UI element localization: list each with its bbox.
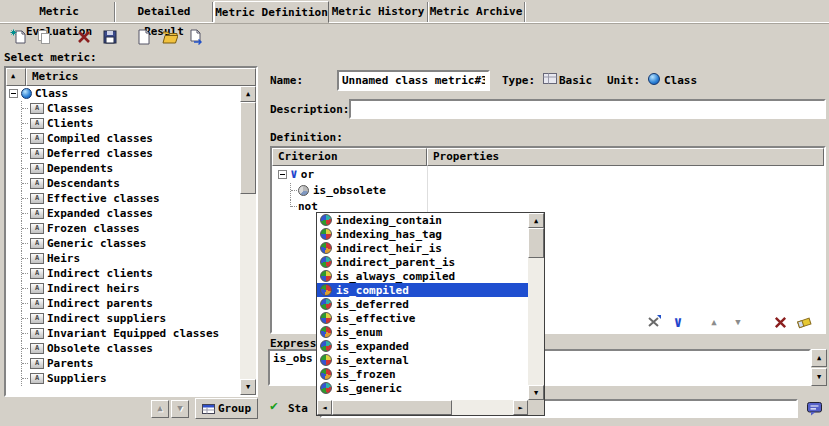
metric-tree-item[interactable]: Dependents (6, 161, 240, 176)
copy-metric-button[interactable] (32, 26, 56, 48)
sort-ascending-icon[interactable]: ▲ (6, 68, 26, 86)
scrollbar-up-button[interactable]: ▲ (240, 86, 256, 102)
status-label: Sta (288, 402, 308, 416)
metric-item-label: Classes (47, 102, 93, 115)
metric-tree-item[interactable]: Descendants (6, 176, 240, 191)
metric-item-label: Indirect heirs (47, 282, 140, 295)
tree-line (16, 236, 29, 251)
metric-item-label: Indirect parents (47, 297, 153, 310)
move-metric-down-button[interactable]: ▼ (171, 400, 189, 418)
scrollbar-thumb[interactable] (528, 228, 544, 258)
dropdown-hscrollbar: ◄ ► (317, 400, 528, 415)
metric-tree-item[interactable]: Indirect clients (6, 266, 240, 281)
metric-tree-item[interactable]: Clients (6, 116, 240, 131)
criterion-option[interactable]: is_always_compiled (317, 269, 528, 283)
type-label: Type: (502, 74, 535, 88)
move-criterion-down-button[interactable]: ▼ (727, 312, 749, 332)
criterion-option[interactable]: indexing_has_tag (317, 227, 528, 241)
criterion-row-is-obsolete[interactable]: is_obsolete (272, 182, 824, 198)
scrollbar-up-button[interactable]: ▲ (528, 213, 544, 228)
metric-tree-item[interactable]: Expanded classes (6, 206, 240, 221)
up-arrow-icon: ▲ (711, 317, 716, 327)
tab-detailed-result[interactable]: Detailed Result (116, 2, 213, 22)
metric-tree-item[interactable]: Generic classes (6, 236, 240, 251)
or-operator-button[interactable]: ∨ (667, 312, 689, 332)
metric-icon (30, 313, 44, 324)
tree-line (16, 131, 29, 146)
metric-tree-item[interactable]: Effective classes (6, 191, 240, 206)
scroll-down-button[interactable]: ▼ (811, 368, 827, 386)
swap-operator-button[interactable] (643, 312, 665, 332)
metric-tree-header: ▲ Metrics (6, 68, 256, 86)
criterion-option[interactable]: is_frozen (317, 367, 528, 381)
metrics-column-header[interactable]: Metrics (26, 68, 256, 86)
save-metric-button[interactable] (98, 26, 122, 48)
criterion-option-selected[interactable]: is_compiled (317, 283, 528, 297)
move-criterion-up-button[interactable]: ▲ (703, 312, 725, 332)
scrollbar-right-button[interactable]: ► (513, 400, 528, 415)
tab-metric-definition[interactable]: Metric Definition (214, 1, 329, 23)
description-input[interactable] (349, 99, 826, 119)
scroll-up-button[interactable]: ▲ (811, 349, 827, 367)
delete-metric-button[interactable] (72, 26, 96, 48)
metric-tree-item[interactable]: Parents (6, 356, 240, 371)
select-metric-label: Select metric: (4, 51, 97, 65)
metric-name-input[interactable] (337, 70, 490, 91)
criterion-icon (320, 214, 332, 226)
clear-criteria-button[interactable] (793, 312, 815, 332)
criterion-column-header[interactable]: Criterion (272, 148, 427, 166)
metric-tree-item[interactable]: Indirect suppliers (6, 311, 240, 326)
metric-tree-item[interactable]: Indirect heirs (6, 281, 240, 296)
tab-metric-archive[interactable]: Metric Archive (428, 2, 525, 22)
criterion-option[interactable]: indexing_contain (317, 213, 528, 227)
collapse-icon[interactable] (9, 89, 18, 98)
scrollbar-thumb[interactable] (332, 400, 452, 415)
metric-tree-item[interactable]: Invariant Equipped classes (6, 326, 240, 341)
move-metric-up-button[interactable]: ▲ (151, 400, 169, 418)
criterion-option[interactable]: is_enum (317, 325, 528, 339)
metric-tree-root[interactable]: Class (6, 86, 240, 101)
scrollbar-thumb[interactable] (240, 102, 256, 194)
criterion-option[interactable]: indirect_parent_is (317, 255, 528, 269)
criterion-icon (320, 382, 332, 394)
metric-tree-item[interactable]: Classes (6, 101, 240, 116)
new-metric-button[interactable] (6, 26, 30, 48)
metric-tree-item[interactable]: Compiled classes (6, 131, 240, 146)
comment-button[interactable] (803, 398, 825, 419)
export-archive-button[interactable] (184, 26, 208, 48)
metric-tree-item[interactable]: Deferred classes (6, 146, 240, 161)
properties-column-header[interactable]: Properties (427, 148, 824, 166)
criterion-option[interactable]: is_expanded (317, 339, 528, 353)
criterion-option[interactable]: indirect_heir_is (317, 241, 528, 255)
scrollbar-down-button[interactable]: ▼ (528, 385, 544, 400)
group-toggle-button[interactable]: Group (195, 398, 258, 419)
delete-criterion-button[interactable] (769, 312, 791, 332)
open-archive-button[interactable] (158, 26, 182, 48)
collapse-icon[interactable] (278, 170, 287, 179)
scrollbar-left-button[interactable]: ◄ (317, 400, 332, 415)
tree-line (16, 281, 29, 296)
criterion-option[interactable]: is_external (317, 353, 528, 367)
criterion-label: is_obsolete (313, 184, 386, 197)
criterion-row-or[interactable]: ∨ or (272, 166, 824, 182)
tab-metric-history[interactable]: Metric History (329, 2, 428, 22)
metric-tree-item[interactable]: Heirs (6, 251, 240, 266)
expression-scrollbar: ▲ ▼ (811, 349, 827, 386)
status-ok-icon: ✔ (270, 399, 278, 413)
criterion-option[interactable]: is_deferred (317, 297, 528, 311)
metric-item-label: Compiled classes (47, 132, 153, 145)
metric-item-label: Suppliers (47, 372, 107, 385)
criterion-option[interactable]: is_effective (317, 311, 528, 325)
metric-tree-item[interactable]: Indirect parents (6, 296, 240, 311)
eraser-icon (796, 314, 813, 330)
criterion-option[interactable]: is_generic (317, 381, 528, 395)
type-value: Basic (559, 74, 592, 88)
new-file-button[interactable] (132, 26, 156, 48)
metric-item-label: Parents (47, 357, 93, 370)
scrollbar-down-button[interactable]: ▼ (240, 379, 256, 395)
metric-tree-item[interactable]: Obsolete classes (6, 341, 240, 356)
tab-metric-evaluation[interactable]: Metric Evaluation (4, 2, 115, 22)
metric-icon (30, 238, 44, 249)
metric-tree-item[interactable]: Suppliers (6, 371, 240, 386)
metric-tree-item[interactable]: Frozen classes (6, 221, 240, 236)
